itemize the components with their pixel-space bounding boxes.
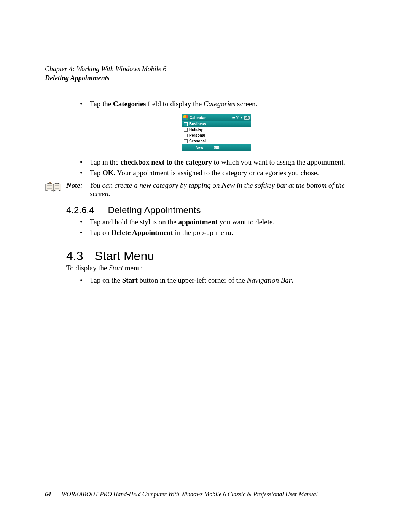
section-number: 4.3 xyxy=(66,249,83,263)
signal-icon: Y̵ xyxy=(236,116,239,120)
manual-page: Chapter 4: Working With Windows Mobile 6… xyxy=(0,0,411,532)
checkbox-icon[interactable] xyxy=(184,139,188,143)
keyboard-icon[interactable]: ⌨ xyxy=(214,145,219,150)
note-block: Note: You can create a new category by t… xyxy=(45,181,366,198)
page-content: Tap the Categories field to display the … xyxy=(66,99,366,285)
device-app-title: Calendar xyxy=(190,116,206,120)
device-frame: Calendar ⇄ Y̵ ◄ ok Business xyxy=(182,114,251,151)
bullet-list-delete: Tap and hold the stylus on the appointme… xyxy=(80,217,366,237)
page-footer: 64 WORKABOUT PRO Hand-Held Computer With… xyxy=(45,491,366,498)
windows-flag-icon xyxy=(183,115,188,120)
category-row[interactable]: Holiday xyxy=(182,127,251,133)
note-text: You can create a new category by tapping… xyxy=(90,181,366,198)
start-menu-intro: To display the Start menu: xyxy=(66,264,366,272)
volume-icon: ◄ xyxy=(240,116,243,120)
bullet-item: Tap and hold the stylus on the appointme… xyxy=(80,217,366,227)
titlebar-status-icons: ⇄ Y̵ ◄ ok xyxy=(232,116,250,120)
bullet-item: Tap in the checkbox next to the category… xyxy=(80,157,366,167)
bullet-item: Tap the Categories field to display the … xyxy=(80,99,366,109)
checkbox-icon[interactable] xyxy=(184,134,188,137)
checkbox-checked-icon[interactable] xyxy=(184,122,188,126)
ok-button[interactable]: ok xyxy=(244,116,250,120)
bullet-item: Tap on the Start button in the upper-lef… xyxy=(80,275,366,285)
softkey-bar: New ⌨ xyxy=(182,144,251,151)
category-label: Seasonal xyxy=(189,139,206,143)
category-label: Personal xyxy=(189,133,205,137)
connectivity-icon: ⇄ xyxy=(232,116,235,120)
section-number: 4.2.6.4 xyxy=(66,205,94,216)
bullet-item: Tap on Delete Appointment in the pop-up … xyxy=(80,228,366,238)
device-screenshot: Calendar ⇄ Y̵ ◄ ok Business xyxy=(182,114,250,151)
running-header-subtitle: Deleting Appointments xyxy=(45,74,366,82)
device-titlebar: Calendar ⇄ Y̵ ◄ ok xyxy=(182,114,251,121)
note-label: Note: xyxy=(66,181,85,190)
checkbox-icon[interactable] xyxy=(184,128,188,132)
category-list: Holiday Personal Seasonal xyxy=(182,127,251,144)
bullet-list-categories-intro: Tap the Categories field to display the … xyxy=(80,99,366,109)
category-label: Holiday xyxy=(189,128,203,132)
book-icon xyxy=(45,182,62,193)
section-heading-43: 4.3 Start Menu xyxy=(66,249,366,263)
section-heading-4264: 4.2.6.4 Deleting Appointments xyxy=(66,205,366,216)
softkey-new-button[interactable]: New xyxy=(182,145,217,150)
category-selected-row[interactable]: Business xyxy=(182,121,251,127)
footer-title: WORKABOUT PRO Hand-Held Computer With Wi… xyxy=(62,491,318,498)
section-title: Deleting Appointments xyxy=(108,205,201,216)
bullet-list-start: Tap on the Start button in the upper-lef… xyxy=(80,275,366,285)
running-header-chapter: Chapter 4: Working With Windows Mobile 6 xyxy=(45,65,366,73)
bullet-list-assign-category: Tap in the checkbox next to the category… xyxy=(80,157,366,177)
category-row[interactable]: Seasonal xyxy=(182,138,251,144)
page-number: 64 xyxy=(45,491,51,498)
bullet-item: Tap OK. Your appointment is assigned to … xyxy=(80,168,366,178)
category-label: Business xyxy=(189,122,206,126)
section-title: Start Menu xyxy=(94,249,154,263)
category-row[interactable]: Personal xyxy=(182,133,251,138)
